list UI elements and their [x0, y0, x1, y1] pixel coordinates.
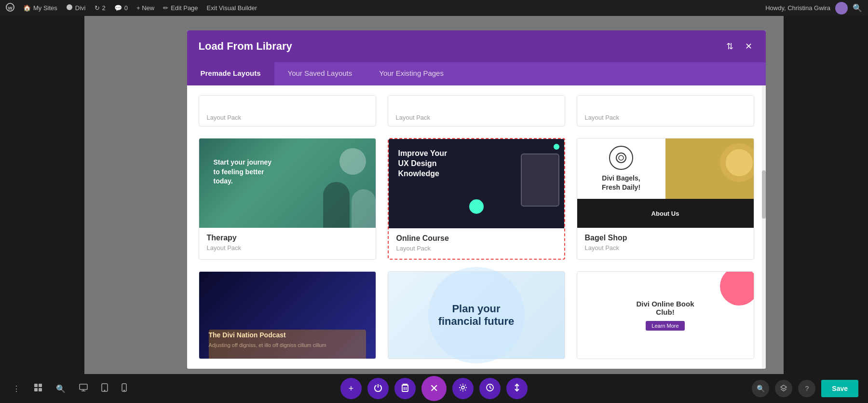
toolbar-options-button[interactable]: ⋮ [10, 381, 23, 396]
delete-button[interactable] [394, 378, 416, 399]
toolbar-desktop-button[interactable] [76, 381, 91, 396]
green-dot [469, 199, 484, 214]
settings-icon [459, 383, 467, 394]
therapy-promo-text: Start your journeyto feeling bettertoday… [204, 148, 282, 196]
finance-title: Plan yourfinancial future [438, 303, 515, 328]
my-sites-link[interactable]: 🏠 My Sites [23, 4, 57, 12]
tab-premade-layouts[interactable]: Premade Layouts [187, 62, 274, 85]
divi-icon [66, 4, 73, 12]
svg-point-3 [616, 153, 626, 163]
bottom-toolbar: ⋮ 🔍 [0, 374, 868, 403]
svg-rect-6 [39, 384, 42, 387]
partial-card-2[interactable]: Layout Pack [388, 95, 565, 126]
bagel-donut-visual [720, 143, 754, 182]
mobile-icon [122, 383, 127, 394]
person-silhouette-2 [352, 189, 376, 228]
edit-page-link[interactable]: ✏ Edit Page [163, 4, 198, 12]
history-icon [486, 383, 494, 394]
tab-existing-pages[interactable]: Your Existing Pages [366, 62, 457, 85]
power-button[interactable] [367, 378, 389, 399]
tablet-element [521, 153, 559, 207]
modal-header: Load From Library ⇅ ✕ [187, 30, 766, 62]
wp-icon: W [6, 3, 14, 13]
layout-card-therapy[interactable]: Start your journeyto feeling bettertoday… [199, 138, 376, 260]
svg-text:W: W [8, 5, 13, 11]
toolbar-search-button[interactable]: 🔍 [53, 381, 68, 396]
therapy-card-image: Start your journeyto feeling bettertoday… [199, 139, 376, 228]
toolbar-center: + ✕ [340, 376, 528, 401]
bagel-title: Divi Bagels,Fresh Daily! [602, 174, 640, 191]
sort-icon: ⇅ [726, 41, 733, 52]
online-course-promo-text: Improve YourUX DesignKnowledge [398, 149, 448, 179]
toolbar-mobile-button[interactable] [119, 380, 130, 397]
exit-builder-link[interactable]: Exit Visual Builder [207, 4, 258, 12]
help-button[interactable]: ? [798, 380, 815, 397]
svg-rect-7 [34, 388, 38, 391]
online-course-card-info: Online Course Layout Pack [389, 228, 564, 259]
search-small-button[interactable]: 🔍 [752, 380, 769, 397]
bookclub-cta: Learn More [646, 321, 684, 331]
toolbar-right: 🔍 ? Save [752, 380, 858, 397]
bookclub-circle [720, 272, 754, 306]
layout-card-finance[interactable]: Plan yourfinancial future [388, 271, 565, 359]
layout-card-podcast[interactable]: The Divi Nation Podcast Adjusting off di… [199, 271, 376, 359]
history-button[interactable] [479, 378, 501, 399]
bagel-left-section: Divi Bagels,Fresh Daily! [577, 139, 665, 199]
modal-sort-button[interactable]: ⇅ [724, 39, 735, 54]
notifications-link[interactable]: ↻ 2 [95, 4, 106, 12]
right-panel [784, 16, 868, 403]
settings-button[interactable] [452, 378, 474, 399]
svg-marker-22 [781, 385, 787, 389]
therapy-avatar [339, 148, 366, 175]
bagel-shop-card-image: Divi Bagels,Fresh Daily! About Us [577, 139, 754, 228]
tablet-icon [101, 383, 108, 394]
save-button[interactable]: Save [821, 380, 858, 397]
layout-card-bookclub[interactable]: Divi Online BookClub! Learn More [577, 271, 754, 359]
comment-icon: 💬 [114, 4, 122, 12]
svg-rect-16 [402, 385, 408, 391]
partial-card-1[interactable]: Layout Pack [199, 95, 376, 126]
admin-search-icon[interactable]: 🔍 [853, 3, 862, 13]
comments-link[interactable]: 💬 0 [114, 4, 128, 12]
desktop-icon [79, 384, 88, 393]
layout-button[interactable] [506, 378, 528, 399]
layers-button[interactable] [775, 380, 792, 397]
scrollbar-thumb[interactable] [762, 170, 766, 219]
layout-card-online-course[interactable]: Improve YourUX DesignKnowledge Online Co… [388, 138, 565, 260]
modal-body-wrapper: Layout Pack Layout Pack Layout Pack [187, 85, 766, 369]
layout-sort-icon [513, 383, 521, 394]
online-course-accent [554, 144, 559, 150]
modal-header-actions: ⇅ ✕ [724, 39, 754, 54]
toolbar-grid-button[interactable] [31, 380, 45, 397]
modal-close-button[interactable]: ✕ [743, 39, 754, 54]
close-icon: ✕ [745, 41, 752, 52]
bookclub-title: Divi Online BookClub! [636, 300, 694, 316]
user-avatar [835, 2, 848, 14]
bookclub-card-image: Divi Online BookClub! Learn More [577, 272, 754, 359]
layout-card-bagel-shop[interactable]: Divi Bagels,Fresh Daily! About Us [577, 138, 754, 260]
svg-rect-8 [39, 388, 42, 391]
search-small-icon: 🔍 [757, 385, 765, 392]
close-builder-button[interactable]: ✕ [421, 376, 447, 401]
wp-logo[interactable]: W [6, 3, 14, 13]
tab-saved-layouts[interactable]: Your Saved Layouts [274, 62, 366, 85]
therapy-persons [323, 182, 376, 228]
toolbar-tablet-button[interactable] [98, 380, 111, 397]
search-icon: 🔍 [56, 384, 66, 393]
dots-icon: ⋮ [13, 384, 20, 393]
svg-point-19 [461, 386, 464, 389]
load-from-library-modal: Load From Library ⇅ ✕ Premade Layouts [187, 30, 766, 369]
modal-overlay: Load From Library ⇅ ✕ Premade Layouts [84, 16, 868, 403]
partial-card-3[interactable]: Layout Pack [577, 95, 754, 126]
add-section-button[interactable]: + [340, 378, 362, 399]
partial-card-3-type: Layout Pack [585, 114, 746, 121]
divi-link[interactable]: Divi [66, 4, 86, 12]
new-link[interactable]: + New [136, 4, 154, 12]
admin-bar-right: Howdy, Christina Gwira 🔍 [765, 2, 862, 14]
modal-body: Layout Pack Layout Pack Layout Pack [187, 85, 766, 369]
close-x-icon: ✕ [430, 382, 438, 395]
online-course-card-image: Improve YourUX DesignKnowledge [389, 139, 564, 228]
bagel-about-strip: About Us [577, 199, 754, 228]
bottom-cards-grid: The Divi Nation Podcast Adjusting off di… [199, 271, 754, 359]
bagel-logo-circle [609, 146, 633, 170]
